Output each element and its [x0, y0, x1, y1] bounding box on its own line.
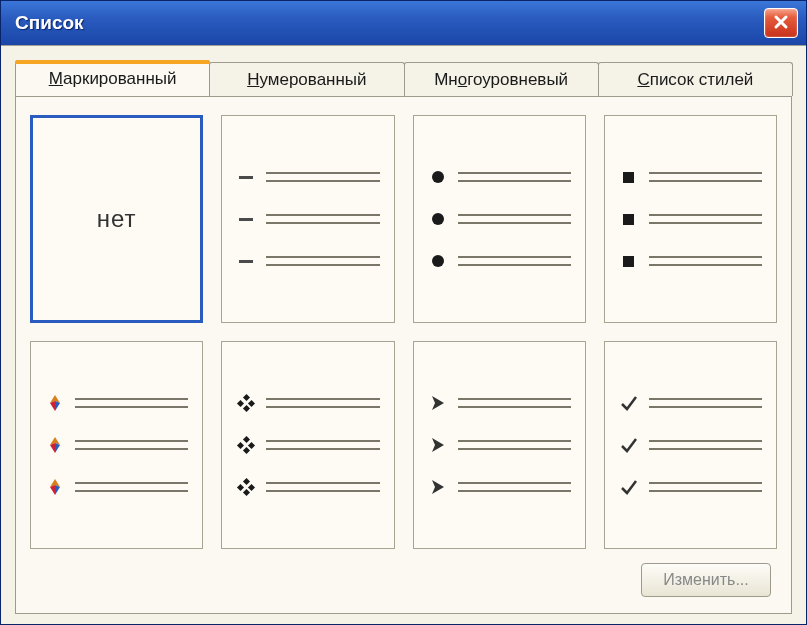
dash-icon	[236, 209, 256, 229]
bullet-option-checkmark[interactable]	[604, 341, 777, 549]
arrowhead-icon	[428, 393, 448, 413]
color-arrow-icon	[45, 477, 65, 497]
checkmark-icon	[619, 435, 639, 455]
titlebar: Список	[1, 1, 806, 45]
disc-icon	[428, 209, 448, 229]
fourdot-icon	[236, 393, 256, 413]
bullet-option-color-arrow[interactable]	[30, 341, 203, 549]
square-icon	[619, 251, 639, 271]
close-icon	[773, 14, 789, 33]
bullet-option-disc[interactable]	[413, 115, 586, 323]
bullet-option-fourdot[interactable]	[221, 341, 394, 549]
tabstrip: Маркированный Нумерованный Многоуровневы…	[15, 60, 792, 96]
tab-multilevel[interactable]: Многоуровневый	[404, 62, 599, 96]
window-title: Список	[15, 12, 84, 34]
tab-style-list[interactable]: Список стилей	[598, 62, 793, 96]
bullet-option-square[interactable]	[604, 115, 777, 323]
dash-icon	[236, 251, 256, 271]
square-icon	[619, 167, 639, 187]
dialog-footer: Изменить...	[30, 549, 777, 599]
tab-numbered[interactable]: Нумерованный	[209, 62, 404, 96]
none-label: нет	[45, 205, 188, 233]
bullet-option-arrowhead[interactable]	[413, 341, 586, 549]
close-button[interactable]	[764, 8, 798, 38]
svg-marker-11	[432, 480, 444, 494]
square-icon	[619, 209, 639, 229]
bullet-option-dash[interactable]	[221, 115, 394, 323]
change-button[interactable]: Изменить...	[641, 563, 771, 597]
bullet-option-none[interactable]: нет	[30, 115, 203, 323]
bullet-options-grid: нет	[30, 115, 777, 549]
client-area: Маркированный Нумерованный Многоуровневы…	[1, 45, 806, 624]
disc-icon	[428, 251, 448, 271]
color-arrow-icon	[45, 393, 65, 413]
checkmark-icon	[619, 477, 639, 497]
dash-icon	[236, 167, 256, 187]
arrowhead-icon	[428, 435, 448, 455]
fourdot-icon	[236, 477, 256, 497]
svg-marker-9	[432, 396, 444, 410]
list-dialog: Список Маркированный Нумерованный Многоу…	[0, 0, 807, 625]
svg-marker-10	[432, 438, 444, 452]
disc-icon	[428, 167, 448, 187]
tabpage-bulleted: нет	[15, 96, 792, 614]
color-arrow-icon	[45, 435, 65, 455]
arrowhead-icon	[428, 477, 448, 497]
tab-bulleted[interactable]: Маркированный	[15, 60, 210, 96]
fourdot-icon	[236, 435, 256, 455]
checkmark-icon	[619, 393, 639, 413]
